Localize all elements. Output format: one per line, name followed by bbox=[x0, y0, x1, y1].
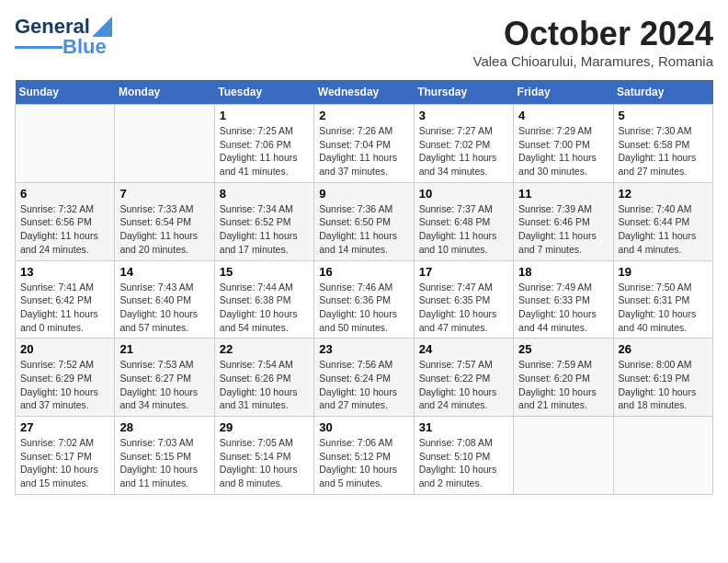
day-number: 9 bbox=[319, 187, 408, 201]
day-cell bbox=[16, 105, 115, 183]
day-number: 3 bbox=[419, 109, 508, 122]
day-info: Sunrise: 7:59 AM Sunset: 6:20 PM Dayligh… bbox=[518, 358, 608, 412]
day-cell: 21Sunrise: 7:53 AM Sunset: 6:27 PM Dayli… bbox=[115, 339, 214, 417]
day-cell: 7Sunrise: 7:33 AM Sunset: 6:54 PM Daylig… bbox=[115, 182, 214, 260]
day-number: 7 bbox=[119, 187, 209, 201]
header-thursday: Thursday bbox=[414, 80, 513, 105]
day-number: 26 bbox=[619, 342, 708, 356]
day-number: 10 bbox=[419, 187, 508, 201]
day-cell: 26Sunrise: 8:00 AM Sunset: 6:19 PM Dayli… bbox=[613, 339, 712, 417]
day-info: Sunrise: 7:26 AM Sunset: 7:04 PM Dayligh… bbox=[319, 124, 408, 178]
day-cell: 29Sunrise: 7:05 AM Sunset: 5:14 PM Dayli… bbox=[214, 417, 313, 495]
day-number: 14 bbox=[119, 265, 209, 279]
header-monday: Monday bbox=[115, 80, 214, 105]
day-number: 31 bbox=[419, 420, 508, 434]
week-row-1: 1Sunrise: 7:25 AM Sunset: 7:06 PM Daylig… bbox=[16, 105, 713, 183]
day-info: Sunrise: 7:57 AM Sunset: 6:22 PM Dayligh… bbox=[419, 358, 508, 412]
day-number: 21 bbox=[119, 342, 209, 356]
day-info: Sunrise: 7:56 AM Sunset: 6:24 PM Dayligh… bbox=[319, 358, 408, 412]
day-info: Sunrise: 7:47 AM Sunset: 6:35 PM Dayligh… bbox=[419, 281, 508, 335]
day-number: 29 bbox=[220, 420, 309, 434]
day-number: 1 bbox=[220, 109, 309, 122]
day-cell: 1Sunrise: 7:25 AM Sunset: 7:06 PM Daylig… bbox=[214, 105, 313, 183]
day-info: Sunrise: 7:34 AM Sunset: 6:52 PM Dayligh… bbox=[220, 202, 309, 257]
week-row-4: 20Sunrise: 7:52 AM Sunset: 6:29 PM Dayli… bbox=[16, 339, 713, 417]
day-info: Sunrise: 7:43 AM Sunset: 6:40 PM Dayligh… bbox=[119, 281, 209, 335]
day-cell: 3Sunrise: 7:27 AM Sunset: 7:02 PM Daylig… bbox=[414, 105, 513, 183]
day-info: Sunrise: 7:46 AM Sunset: 6:36 PM Dayligh… bbox=[319, 281, 408, 335]
svg-marker-0 bbox=[92, 17, 112, 37]
header-sunday: Sunday bbox=[16, 80, 115, 105]
day-info: Sunrise: 7:32 AM Sunset: 6:56 PM Dayligh… bbox=[20, 202, 109, 257]
day-info: Sunrise: 7:53 AM Sunset: 6:27 PM Dayligh… bbox=[119, 358, 209, 412]
day-cell: 23Sunrise: 7:56 AM Sunset: 6:24 PM Dayli… bbox=[314, 339, 414, 417]
day-number: 27 bbox=[20, 420, 109, 434]
week-row-2: 6Sunrise: 7:32 AM Sunset: 6:56 PM Daylig… bbox=[16, 182, 713, 260]
day-number: 30 bbox=[319, 420, 408, 434]
location: Valea Chioarului, Maramures, Romania bbox=[472, 53, 713, 69]
day-info: Sunrise: 7:41 AM Sunset: 6:42 PM Dayligh… bbox=[20, 281, 109, 335]
day-info: Sunrise: 8:00 AM Sunset: 6:19 PM Dayligh… bbox=[619, 358, 708, 412]
day-info: Sunrise: 7:33 AM Sunset: 6:54 PM Dayligh… bbox=[119, 202, 209, 257]
day-cell: 20Sunrise: 7:52 AM Sunset: 6:29 PM Dayli… bbox=[16, 339, 115, 417]
day-number: 20 bbox=[20, 342, 109, 356]
day-number: 16 bbox=[319, 265, 408, 279]
day-cell: 6Sunrise: 7:32 AM Sunset: 6:56 PM Daylig… bbox=[16, 182, 115, 260]
day-number: 4 bbox=[518, 109, 608, 122]
day-number: 2 bbox=[319, 109, 408, 122]
day-cell: 15Sunrise: 7:44 AM Sunset: 6:38 PM Dayli… bbox=[214, 260, 313, 339]
day-info: Sunrise: 7:29 AM Sunset: 7:00 PM Dayligh… bbox=[518, 124, 608, 178]
day-info: Sunrise: 7:40 AM Sunset: 6:44 PM Dayligh… bbox=[619, 202, 708, 257]
logo-blue: Blue bbox=[63, 35, 107, 59]
day-number: 18 bbox=[518, 265, 608, 279]
day-cell: 11Sunrise: 7:39 AM Sunset: 6:46 PM Dayli… bbox=[514, 182, 613, 260]
day-info: Sunrise: 7:08 AM Sunset: 5:10 PM Dayligh… bbox=[419, 436, 508, 490]
day-number: 23 bbox=[319, 342, 408, 356]
header-row: SundayMondayTuesdayWednesdayThursdayFrid… bbox=[16, 80, 713, 105]
day-cell: 19Sunrise: 7:50 AM Sunset: 6:31 PM Dayli… bbox=[613, 260, 712, 339]
day-number: 12 bbox=[619, 187, 708, 201]
day-cell: 12Sunrise: 7:40 AM Sunset: 6:44 PM Dayli… bbox=[613, 182, 712, 260]
week-row-5: 27Sunrise: 7:02 AM Sunset: 5:17 PM Dayli… bbox=[16, 417, 713, 495]
day-number: 25 bbox=[518, 342, 608, 356]
header-tuesday: Tuesday bbox=[214, 80, 313, 105]
day-number: 24 bbox=[419, 342, 508, 356]
header-wednesday: Wednesday bbox=[314, 80, 414, 105]
page-header: General Blue October 2024 Valea Chioarul… bbox=[15, 15, 713, 69]
logo-icon bbox=[92, 17, 112, 37]
day-info: Sunrise: 7:44 AM Sunset: 6:38 PM Dayligh… bbox=[220, 281, 309, 335]
day-cell: 25Sunrise: 7:59 AM Sunset: 6:20 PM Dayli… bbox=[514, 339, 613, 417]
day-info: Sunrise: 7:49 AM Sunset: 6:33 PM Dayligh… bbox=[518, 281, 608, 335]
header-saturday: Saturday bbox=[613, 80, 712, 105]
day-info: Sunrise: 7:27 AM Sunset: 7:02 PM Dayligh… bbox=[419, 124, 508, 178]
day-number: 15 bbox=[220, 265, 309, 279]
day-info: Sunrise: 7:50 AM Sunset: 6:31 PM Dayligh… bbox=[619, 281, 708, 335]
day-info: Sunrise: 7:03 AM Sunset: 5:15 PM Dayligh… bbox=[119, 436, 209, 490]
day-cell: 2Sunrise: 7:26 AM Sunset: 7:04 PM Daylig… bbox=[314, 105, 414, 183]
day-cell bbox=[115, 105, 214, 183]
day-cell: 18Sunrise: 7:49 AM Sunset: 6:33 PM Dayli… bbox=[514, 260, 613, 339]
day-cell bbox=[514, 417, 613, 495]
title-section: October 2024 Valea Chioarului, Maramures… bbox=[472, 15, 713, 69]
week-row-3: 13Sunrise: 7:41 AM Sunset: 6:42 PM Dayli… bbox=[16, 260, 713, 339]
day-cell: 9Sunrise: 7:36 AM Sunset: 6:50 PM Daylig… bbox=[314, 182, 414, 260]
day-number: 8 bbox=[220, 187, 309, 201]
logo: General Blue bbox=[15, 15, 112, 59]
day-info: Sunrise: 7:30 AM Sunset: 6:58 PM Dayligh… bbox=[619, 124, 708, 178]
day-info: Sunrise: 7:54 AM Sunset: 6:26 PM Dayligh… bbox=[220, 358, 309, 412]
day-number: 5 bbox=[619, 109, 708, 122]
day-cell: 8Sunrise: 7:34 AM Sunset: 6:52 PM Daylig… bbox=[214, 182, 313, 260]
day-cell: 16Sunrise: 7:46 AM Sunset: 6:36 PM Dayli… bbox=[314, 260, 414, 339]
day-number: 19 bbox=[619, 265, 708, 279]
day-number: 11 bbox=[518, 187, 608, 201]
day-cell: 4Sunrise: 7:29 AM Sunset: 7:00 PM Daylig… bbox=[514, 105, 613, 183]
day-info: Sunrise: 7:39 AM Sunset: 6:46 PM Dayligh… bbox=[518, 202, 608, 257]
day-cell: 22Sunrise: 7:54 AM Sunset: 6:26 PM Dayli… bbox=[214, 339, 313, 417]
day-info: Sunrise: 7:52 AM Sunset: 6:29 PM Dayligh… bbox=[20, 358, 109, 412]
day-cell: 24Sunrise: 7:57 AM Sunset: 6:22 PM Dayli… bbox=[414, 339, 513, 417]
day-info: Sunrise: 7:25 AM Sunset: 7:06 PM Dayligh… bbox=[220, 124, 309, 178]
day-info: Sunrise: 7:37 AM Sunset: 6:48 PM Dayligh… bbox=[419, 202, 508, 257]
day-cell: 5Sunrise: 7:30 AM Sunset: 6:58 PM Daylig… bbox=[613, 105, 712, 183]
day-number: 17 bbox=[419, 265, 508, 279]
day-cell: 27Sunrise: 7:02 AM Sunset: 5:17 PM Dayli… bbox=[16, 417, 115, 495]
